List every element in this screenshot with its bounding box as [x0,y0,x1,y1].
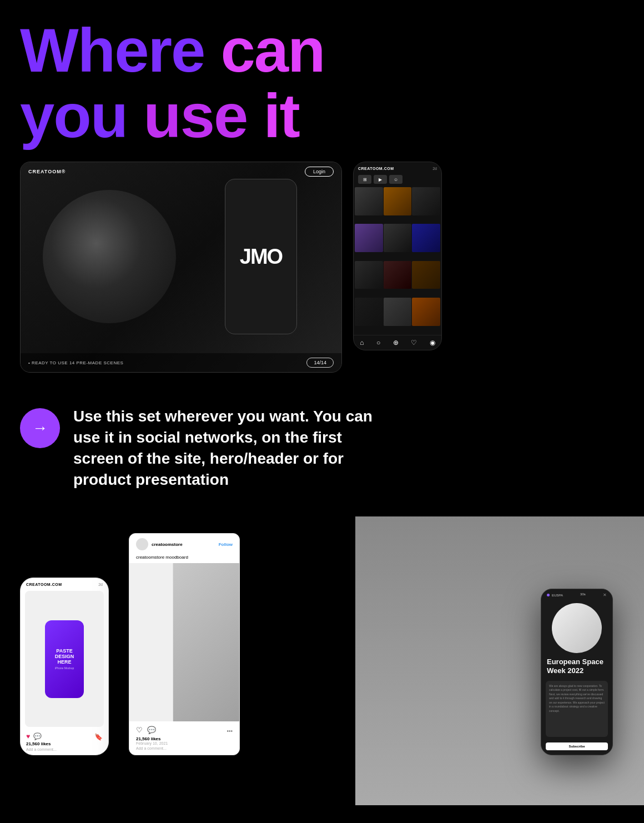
dp-brand-dot [547,594,550,596]
dp-article-title: European Space Week 2022 [547,658,607,675]
insta-phone-header: CREATOOM.COM 2d [354,162,441,173]
wp-bookmark-icon[interactable]: 🔖 [94,733,103,741]
wi-username: creatoomstore [152,542,215,547]
dp-hero-circle [552,603,602,653]
white-instagram-mockup: creatoomstore Follow creatoomstore moodb… [129,533,240,755]
wi-footer: ♡ 💬 ••• 21,560 likes February 10, 2021 A… [129,721,239,755]
insta-bottom-nav: ⌂ ○ ⊕ ♡ ◉ [354,335,441,350]
wi-image-area [129,563,239,721]
tablet-header: CREATOOM® Login [21,162,341,181]
insta-grid-cell [412,187,440,215]
insta-tabs: ⊞ ▶ ☺ [354,173,441,186]
insta-grid-cell [384,261,412,289]
wi-avatar [136,538,148,550]
insta-phone-logo: CREATOOM.COM [358,167,394,170]
hero-section: Where can you use it [0,0,644,162]
insta-grid-cell [355,298,383,326]
insta-profile-icon[interactable]: ◉ [430,339,435,347]
insta-grid-cell [355,261,383,289]
wp-inner-phone: PASTEDESIGNHERE iPhone Mockup [45,620,84,698]
insta-phone-time: 2d [432,167,437,170]
title-word-where: Where [20,16,204,85]
dp-body-text: We are always glad to new cooperation. T… [549,684,605,714]
wp-paste-text: PASTEDESIGNHERE [55,649,74,665]
wi-post-label: creatoomstore moodboard [129,555,239,563]
title-word-use: use [143,81,247,150]
wi-post-date: February 10, 2021 [136,741,233,745]
dp-brand-label: EUSPA [552,594,563,597]
wp-logo: CREATOOM.COM [26,583,62,586]
wp-likes-count: 21,560 likes [26,741,103,746]
wi-follow-button[interactable]: Follow [219,542,233,547]
wi-more-icon[interactable]: ••• [227,728,233,734]
wp-phone-sub: iPhone Mockup [55,666,74,670]
insta-grid-cell [412,224,440,252]
title-word-it: it [263,81,299,150]
wi-right-panel [173,563,239,721]
wp-comment-input[interactable]: Add a comment... [26,747,103,751]
arrow-button[interactable]: → [20,408,60,448]
wi-top-bar: creatoomstore Follow [129,534,239,555]
wi-comment-icon[interactable]: 💬 [147,726,156,734]
tablet-circle-decoration [43,190,176,323]
wp-comment-icon[interactable]: 💬 [33,732,42,740]
dp-title-area: European Space Week 2022 [541,653,612,677]
wi-left-panel [129,563,173,721]
tablet-login-button[interactable]: Login [305,167,334,177]
wp-post-area: PASTEDESIGNHERE iPhone Mockup [25,591,104,727]
tablet-phone-logo-text: JMO [240,246,282,267]
wp-header: CREATOOM.COM 2d [21,578,108,589]
wp-time: 2d [98,583,103,586]
top-mockup-row: JMO CREATOOM® Login • READY TO USE 14 PR… [0,162,644,395]
use-section: → Use this set wherever you want. You ca… [0,395,644,516]
tablet-background: JMO [21,162,341,372]
insta-grid-cell [412,298,440,326]
insta-grid-cell [355,224,383,252]
white-phone-mockup: CREATOOM.COM 2d PASTEDESIGNHERE iPhone M… [20,578,109,755]
wi-comment-input[interactable]: Add a comment... [136,746,233,750]
title-word-can: can [220,16,324,85]
insta-grid-cell [355,187,383,215]
tablet-counter: 14/14 [306,358,334,368]
tablet-inner-phone: JMO [225,179,297,334]
instagram-phone-mockup: CREATOOM.COM 2d ⊞ ▶ ☺ ⌂ ○ ⊕ ♡ ◉ [353,162,442,350]
wi-footer-icons: ♡ 💬 [136,726,156,734]
dp-brand-area: EUSPA [547,593,563,598]
bottom-section: CREATOOM.COM 2d PASTEDESIGNHERE iPhone M… [0,516,644,805]
insta-tab-grid[interactable]: ⊞ [358,175,371,184]
insta-add-icon[interactable]: ⊕ [393,339,399,347]
dark-phone-mockup: EUSPA 30s ✕ European Space Week 2022 We … [541,589,613,755]
insta-grid-cell [384,224,412,252]
insta-search-icon[interactable]: ○ [376,339,380,347]
wp-action-icons: ♥ 💬 [26,732,42,740]
wp-heart-icon[interactable]: ♥ [26,732,30,740]
dp-close-icon[interactable]: ✕ [603,593,607,598]
insta-grid-cell [384,298,412,326]
tablet-mockup: JMO CREATOOM® Login • READY TO USE 14 PR… [20,162,342,373]
title-word-you: you [20,81,127,150]
insta-grid-cell [384,187,412,215]
dp-time: 30s [580,593,586,598]
insta-heart-icon[interactable]: ♡ [411,339,417,347]
wi-heart-icon[interactable]: ♡ [136,726,143,734]
use-description: Use this set wherever you want. You can … [73,406,395,490]
dp-status-bar: EUSPA 30s ✕ [541,589,612,599]
insta-home-icon[interactable]: ⌂ [360,339,364,347]
page-title: Where can you use it [20,18,624,148]
tablet-logo: CREATOOM® [28,169,66,174]
insta-phone-grid [354,186,441,335]
wp-footer: ♥ 💬 🔖 21,560 likes Add a comment... [21,729,108,755]
tablet-footer: • READY TO USE 14 PRE-MADE SCENES 14/14 [21,353,341,372]
dp-subscribe-button[interactable]: Subscribe [546,742,608,750]
insta-tab-tag[interactable]: ☺ [389,175,402,184]
tablet-scene-label: • READY TO USE 14 PRE-MADE SCENES [28,360,123,365]
insta-tab-video[interactable]: ▶ [374,175,387,184]
dp-content-box: We are always glad to new cooperation. T… [546,681,608,737]
insta-grid-cell [412,261,440,289]
bottom-content-row: CREATOOM.COM 2d PASTEDESIGNHERE iPhone M… [0,516,644,772]
wi-likes-count: 21,560 likes [136,736,233,741]
